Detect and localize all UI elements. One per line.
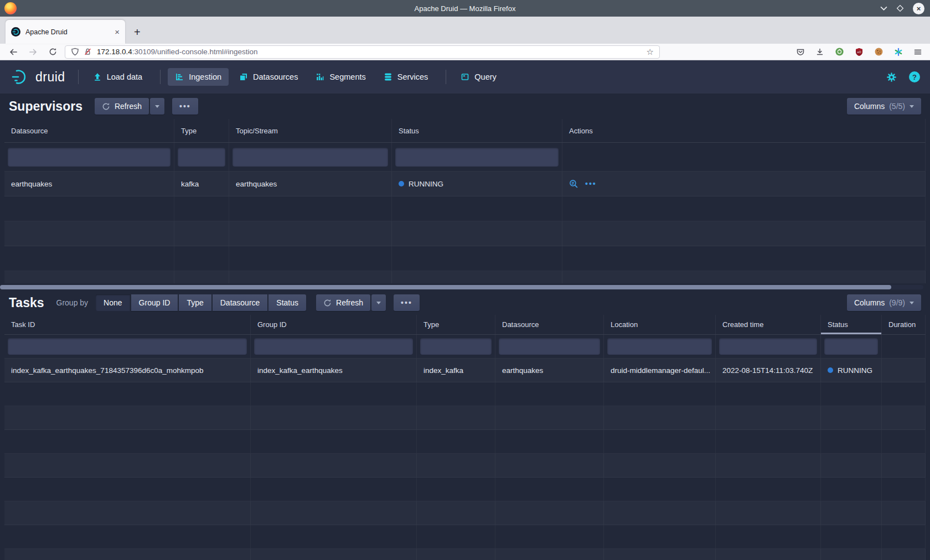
nav-divider [78,70,79,84]
supervisors-refresh-dropdown-button[interactable] [150,98,164,115]
help-icon[interactable]: ? [909,71,920,82]
scrollbar-thumb[interactable] [0,285,891,289]
nav-item-query[interactable]: Query [453,68,504,86]
column-header-type[interactable]: Type [417,315,495,334]
forward-icon[interactable] [29,48,38,56]
column-header-actions[interactable]: Actions [562,119,926,142]
druid-logo-icon [10,68,30,86]
view-detail-icon[interactable] [569,179,578,189]
empty-row [4,478,926,501]
columns-count: (5/5) [889,102,905,111]
firefox-logo-icon [4,2,17,14]
supervisors-refresh-button[interactable]: Refresh [95,98,149,115]
refresh-label: Refresh [115,102,142,111]
table-row[interactable]: earthquakeskafkaearthquakesRUNNING••• [4,172,926,196]
group-by-option-datasource[interactable]: Datasource [213,294,268,311]
empty-row [4,382,926,406]
actions-cell: ••• [562,172,926,196]
window-minimize-icon[interactable] [880,6,887,11]
new-tab-button[interactable]: + [134,27,141,38]
filter-input-status[interactable] [824,338,878,355]
druid-favicon-icon [11,27,20,37]
tasks-table: Task IDGroup IDTypeDatasourceLocationCre… [4,315,926,560]
status-text: RUNNING [838,366,872,375]
filter-input-status[interactable] [395,148,559,167]
horizontal-scrollbar[interactable] [0,285,923,289]
nav-item-load-data[interactable]: Load data [86,68,150,86]
datasources-icon [239,72,248,81]
column-header-created-time[interactable]: Created time [716,315,821,334]
table-row[interactable]: index_kafka_earthquakes_7184357396d6c0a_… [4,359,926,382]
tasks-refresh-button[interactable]: Refresh [316,294,370,311]
filter-input-task-id[interactable] [8,338,247,355]
tab-title: Apache Druid [25,28,111,36]
settings-gear-icon[interactable] [886,72,897,82]
filter-input-topic-stream[interactable] [232,148,388,167]
url-text: 172.18.0.4:30109/unified-console.html#in… [97,48,642,56]
running-status-dot [828,367,833,373]
column-header-datasource[interactable]: Datasource [495,315,604,334]
filter-input-type[interactable] [420,338,492,355]
cell-datasource: earthquakes [495,359,604,382]
ublock-origin-icon[interactable]: uO [855,48,864,56]
filter-input-location[interactable] [607,338,712,355]
load-data-icon [93,72,102,81]
reload-icon[interactable] [49,48,57,56]
url-path: :30109/unified-console.html#ingestion [132,48,258,56]
bookmark-star-icon[interactable]: ☆ [647,47,654,57]
cell-duration [882,359,926,382]
column-header-location[interactable]: Location [604,315,716,334]
back-icon[interactable] [9,48,18,56]
window-maximize-icon[interactable] [896,4,904,12]
column-header-datasource[interactable]: Datasource [4,119,174,142]
cookie-extension-icon[interactable] [874,47,884,56]
column-header-topic-stream[interactable]: Topic/Stream [229,119,392,142]
filter-input-type[interactable] [178,148,225,167]
browser-tab-apache-druid[interactable]: Apache Druid × [6,20,125,44]
nav-item-ingestion[interactable]: Ingestion [168,68,229,86]
services-icon [384,72,392,81]
downloads-icon[interactable] [815,48,824,56]
column-header-status[interactable]: Status [392,119,562,142]
row-more-actions-icon[interactable]: ••• [585,179,597,188]
refresh-label: Refresh [336,298,363,307]
hamburger-menu-icon[interactable] [913,48,922,56]
insecure-lock-icon[interactable] [84,48,92,56]
columns-label: Columns [854,298,885,307]
column-header-task-id[interactable]: Task ID [4,315,251,334]
column-header-duration[interactable]: Duration [882,315,926,334]
window-close-button[interactable]: × [913,3,924,14]
nav-divider [446,70,446,84]
column-header-type[interactable]: Type [174,119,229,142]
tasks-refresh-dropdown-button[interactable] [371,294,386,311]
column-header-status[interactable]: Status [821,315,882,334]
tab-close-icon[interactable]: × [115,27,120,37]
druid-logo[interactable]: druid [10,68,65,86]
filter-input-group-id[interactable] [254,338,413,355]
filter-input-created-time[interactable] [719,338,817,355]
filter-input-datasource[interactable] [8,148,170,167]
filter-input-datasource[interactable] [499,338,600,355]
tasks-more-actions-button[interactable]: ••• [394,294,420,311]
window-titlebar: Apache Druid — Mozilla Firefox × [0,0,930,17]
supervisors-more-actions-button[interactable]: ••• [172,98,198,115]
group-by-option-none[interactable]: None [96,294,130,311]
query-icon [461,72,469,81]
url-bar[interactable]: 172.18.0.4:30109/unified-console.html#in… [65,45,660,59]
extension-icon[interactable] [835,47,844,56]
supervisors-columns-button[interactable]: Columns (5/5) [847,98,921,115]
group-by-option-group-id[interactable]: Group ID [131,294,178,311]
colorful-asterisk-extension-icon[interactable] [894,48,903,56]
nav-item-services[interactable]: Services [376,68,436,86]
cell-type: index_kafka [417,359,495,382]
empty-row [4,549,926,560]
tasks-columns-button[interactable]: Columns (9/9) [847,294,921,311]
nav-item-segments[interactable]: Segments [308,68,373,86]
pocket-icon[interactable] [796,48,805,56]
nav-item-datasources[interactable]: Datasources [232,68,305,86]
group-by-option-type[interactable]: Type [179,294,211,311]
column-header-group-id[interactable]: Group ID [251,315,417,334]
group-by-option-status[interactable]: Status [268,294,306,311]
nav-item-label: Ingestion [189,72,221,81]
tracking-shield-icon[interactable] [71,48,79,56]
